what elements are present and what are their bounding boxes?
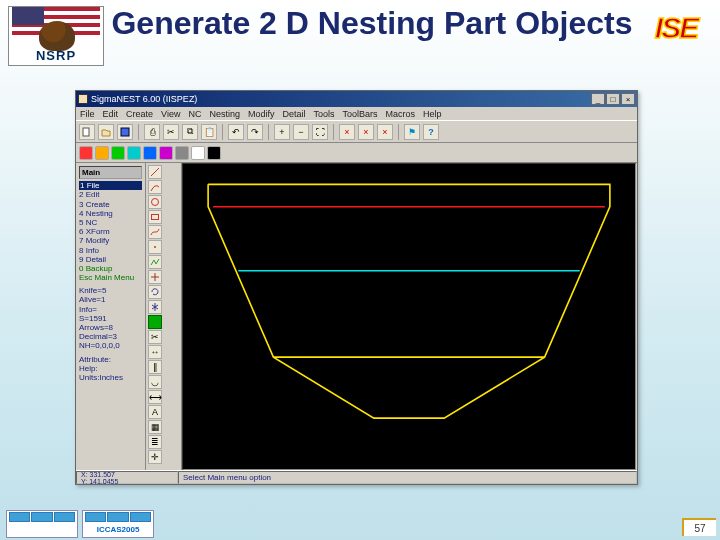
- hull-outline: [208, 184, 610, 418]
- nsrp-logo: NSRP: [8, 6, 104, 66]
- menu-view[interactable]: View: [161, 109, 180, 119]
- menu-macros[interactable]: Macros: [385, 109, 415, 119]
- circle-tool-icon[interactable]: [148, 195, 162, 209]
- zoom-fit-icon[interactable]: ⛶: [312, 124, 328, 140]
- menu-nesting[interactable]: Nesting: [209, 109, 240, 119]
- menu-detail[interactable]: Detail: [282, 109, 305, 119]
- menu-tools[interactable]: Tools: [313, 109, 334, 119]
- color-gray[interactable]: [175, 146, 189, 160]
- flag-icon[interactable]: ⚑: [404, 124, 420, 140]
- color-magenta[interactable]: [159, 146, 173, 160]
- tool-palette: ✂ ↔ ‖ ◡ ⟷ A ▦ ≣ ✛: [146, 163, 182, 470]
- svg-point-5: [154, 246, 156, 248]
- extend-tool-icon[interactable]: ↔: [148, 345, 162, 359]
- panel-item-detail[interactable]: 9 Detail: [79, 255, 142, 264]
- rect-tool-icon[interactable]: [148, 210, 162, 224]
- titlebar: SigmaNEST 6.00 (IISPEZ) _ □ ×: [76, 91, 637, 107]
- help-icon[interactable]: ?: [423, 124, 439, 140]
- statusbar: X: 331.507 Y: 141.0455 Select Main menu …: [76, 470, 637, 484]
- dim-tool-icon[interactable]: ⟷: [148, 390, 162, 404]
- panel-item-escape[interactable]: Esc Main Menu: [79, 273, 142, 282]
- color-cyan[interactable]: [127, 146, 141, 160]
- window-title: SigmaNEST 6.00 (IISPEZ): [91, 94, 197, 104]
- panel-header: Main: [79, 166, 142, 179]
- status-s: S=1591: [79, 314, 142, 323]
- minimize-button[interactable]: _: [591, 93, 605, 105]
- layer-tool-icon[interactable]: ≣: [148, 435, 162, 449]
- print-icon[interactable]: ⎙: [144, 124, 160, 140]
- color-black[interactable]: [207, 146, 221, 160]
- offset-tool-icon[interactable]: ‖: [148, 360, 162, 374]
- trim-tool-icon[interactable]: ✂: [148, 330, 162, 344]
- ise-logo: ISE: [640, 6, 712, 50]
- app-window: SigmaNEST 6.00 (IISPEZ) _ □ × File Edit …: [75, 90, 638, 485]
- close-button[interactable]: ×: [621, 93, 635, 105]
- color-orange[interactable]: [95, 146, 109, 160]
- panel-item-edit[interactable]: 2 Edit: [79, 190, 142, 199]
- svg-rect-0: [83, 128, 89, 136]
- panel-item-file[interactable]: 1 File: [79, 181, 142, 190]
- maximize-button[interactable]: □: [606, 93, 620, 105]
- color-green[interactable]: [111, 146, 125, 160]
- slide-number: 57: [682, 518, 716, 536]
- open-icon[interactable]: [98, 124, 114, 140]
- drawing-canvas[interactable]: [182, 163, 636, 470]
- snap-tool-icon[interactable]: ✛: [148, 450, 162, 464]
- slide-footer: ICCAS2005 57: [0, 500, 720, 540]
- new-icon[interactable]: [79, 124, 95, 140]
- mirror-tool-icon[interactable]: [148, 300, 162, 314]
- redo-icon[interactable]: ↷: [247, 124, 263, 140]
- panel-item-backup[interactable]: 0 Backup: [79, 264, 142, 273]
- iccas-logo: ICCAS2005: [82, 510, 154, 538]
- app-icon: [78, 94, 88, 104]
- menu-edit[interactable]: Edit: [103, 109, 119, 119]
- undo-icon[interactable]: ↶: [228, 124, 244, 140]
- arc-tool-icon[interactable]: [148, 180, 162, 194]
- slide-title: Generate 2 D Nesting Part Objects: [104, 6, 640, 41]
- status-attribute: Attribute:: [79, 355, 142, 364]
- color-blue[interactable]: [143, 146, 157, 160]
- mode-c-icon[interactable]: ×: [377, 124, 393, 140]
- status-info: Info=: [79, 305, 142, 314]
- zoom-out-icon[interactable]: −: [293, 124, 309, 140]
- status-nh: NH=0,0,0,0: [79, 341, 142, 350]
- zoom-in-icon[interactable]: +: [274, 124, 290, 140]
- svg-line-2: [151, 168, 159, 176]
- rotate-tool-icon[interactable]: [148, 285, 162, 299]
- copy-icon[interactable]: ⧉: [182, 124, 198, 140]
- text-tool-icon[interactable]: A: [148, 405, 162, 419]
- panel-item-xform[interactable]: 6 XForm: [79, 227, 142, 236]
- hatch-tool-icon[interactable]: ▦: [148, 420, 162, 434]
- toolbar-main: ⎙ ✂ ⧉ 📋 ↶ ↷ + − ⛶ × × × ⚑ ?: [76, 121, 637, 143]
- cursor-coords: X: 331.507 Y: 141.0455: [76, 471, 178, 484]
- material-swatch[interactable]: [148, 315, 162, 329]
- color-red[interactable]: [79, 146, 93, 160]
- panel-item-modify[interactable]: 7 Modify: [79, 236, 142, 245]
- cut-icon[interactable]: ✂: [163, 124, 179, 140]
- mode-b-icon[interactable]: ×: [358, 124, 374, 140]
- panel-item-nesting[interactable]: 4 Nesting: [79, 209, 142, 218]
- polyline-tool-icon[interactable]: [148, 255, 162, 269]
- line-tool-icon[interactable]: [148, 165, 162, 179]
- menu-create[interactable]: Create: [126, 109, 153, 119]
- paste-icon[interactable]: 📋: [201, 124, 217, 140]
- spline-tool-icon[interactable]: [148, 225, 162, 239]
- menu-file[interactable]: File: [80, 109, 95, 119]
- menu-toolbars[interactable]: ToolBars: [342, 109, 377, 119]
- command-panel: Main 1 File 2 Edit 3 Create 4 Nesting 5 …: [76, 163, 146, 470]
- panel-item-info[interactable]: 8 Info: [79, 246, 142, 255]
- save-icon[interactable]: [117, 124, 133, 140]
- svg-rect-4: [152, 215, 159, 220]
- menubar: File Edit Create View NC Nesting Modify …: [76, 107, 637, 121]
- menu-modify[interactable]: Modify: [248, 109, 275, 119]
- toolbar-color: [76, 143, 637, 163]
- color-white[interactable]: [191, 146, 205, 160]
- move-tool-icon[interactable]: [148, 270, 162, 284]
- panel-item-nc[interactable]: 5 NC: [79, 218, 142, 227]
- point-tool-icon[interactable]: [148, 240, 162, 254]
- menu-help[interactable]: Help: [423, 109, 442, 119]
- panel-item-create[interactable]: 3 Create: [79, 200, 142, 209]
- menu-nc[interactable]: NC: [188, 109, 201, 119]
- fillet-tool-icon[interactable]: ◡: [148, 375, 162, 389]
- mode-a-icon[interactable]: ×: [339, 124, 355, 140]
